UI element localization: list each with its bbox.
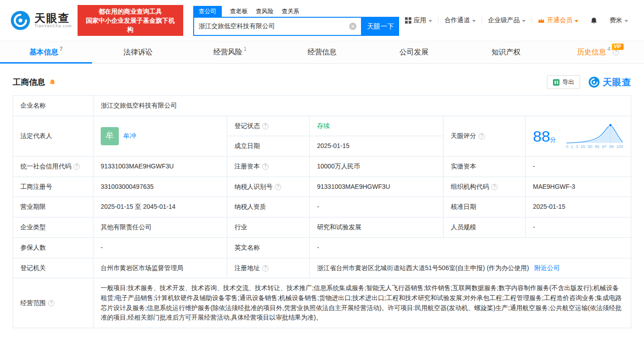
table-row: 企业名称 浙江交旅低空科技有限公司 bbox=[13, 96, 631, 116]
chevron-down-icon bbox=[472, 20, 476, 22]
nearby-companies-link[interactable]: 附近公司 bbox=[534, 264, 560, 271]
field-value-paid-capital: - bbox=[526, 157, 631, 177]
tab-legal-proceedings[interactable]: 法律诉讼 bbox=[92, 41, 184, 63]
field-label-company-name: 企业名称 bbox=[13, 96, 93, 116]
tab-label: 公司发展 bbox=[400, 48, 429, 57]
field-value-reg-capital: 10000万人民币 bbox=[310, 157, 444, 177]
field-label-reg-authority: 登记机关 bbox=[13, 258, 93, 278]
section-title: 工商信息 bbox=[13, 77, 45, 88]
chevron-down-icon bbox=[522, 20, 526, 22]
tab-label: 知识产权 bbox=[492, 48, 521, 57]
tab-label: 基本信息 bbox=[29, 48, 59, 57]
tab-history-info[interactable]: VIP 历史信息 4 ? bbox=[552, 41, 644, 63]
field-label-approval-date: 核准日期 bbox=[444, 197, 526, 217]
table-row: 营业期限 2025-01-15 至 2045-01-14 纳税人资质 - 核准日… bbox=[13, 197, 631, 217]
nav-open-vip[interactable]: 开通会员 bbox=[532, 16, 584, 25]
field-label-company-type: 企业类型 bbox=[13, 217, 93, 238]
help-icon[interactable]: ? bbox=[613, 49, 619, 55]
search-button[interactable]: 天眼一下 bbox=[362, 17, 399, 36]
search-tab-company[interactable]: 查公司 bbox=[193, 6, 222, 17]
score-ticks: 0131550859799100 bbox=[566, 144, 624, 150]
slogan-line-1: 都在用的商业查询工具 bbox=[83, 7, 178, 16]
field-value-reg-authority: 台州市黄岩区市场监督管理局 bbox=[93, 258, 227, 278]
field-value-org-code: MAE9HGWF-3 bbox=[526, 177, 631, 197]
field-label-credit-code: 统一社会信用代码? bbox=[13, 157, 93, 177]
field-label-english-name: 英文名称 bbox=[227, 237, 310, 258]
logo-subtitle: TianYanCha.com bbox=[34, 24, 72, 29]
excel-icon bbox=[553, 79, 560, 86]
field-value-taxpayer-id: 91331003MAE9HGWF3U bbox=[310, 177, 444, 197]
tab-count-badge: 4 bbox=[607, 46, 610, 52]
score-distribution-chart bbox=[566, 122, 624, 144]
help-icon[interactable]: ? bbox=[73, 163, 80, 170]
help-icon[interactable]: ? bbox=[48, 300, 54, 306]
nav-user-menu[interactable]: 费米 bbox=[604, 16, 634, 25]
nav-apps[interactable]: 应用 bbox=[399, 16, 438, 25]
field-value-credit-code: 91331003MAE9HGWF3U bbox=[93, 157, 227, 177]
legal-rep-link[interactable]: 牟冲 bbox=[123, 131, 136, 141]
watermark-label: 天眼查 bbox=[603, 76, 631, 89]
tab-operating-info[interactable]: 经营信息 bbox=[276, 41, 368, 63]
tianyancha-logo-icon bbox=[588, 76, 600, 88]
nav-open-vip-label: 开通会员 bbox=[547, 16, 572, 25]
tab-label: 经营信息 bbox=[307, 48, 337, 57]
field-value-reg-status: 存续 bbox=[310, 116, 444, 136]
field-label-taxpayer-quality: 纳税人资质 bbox=[227, 197, 310, 217]
tab-company-development[interactable]: 公司发展 bbox=[368, 41, 460, 63]
field-value-establish-date: 2025-01-15 bbox=[310, 136, 444, 157]
search-tab-boss[interactable]: 查老板 bbox=[230, 6, 248, 17]
tab-label: 历史信息 bbox=[577, 48, 606, 57]
field-label-insured-count: 参保人数 bbox=[13, 237, 93, 258]
search-tab-relation[interactable]: 查关系 bbox=[282, 6, 299, 17]
vip-badge: VIP bbox=[612, 44, 624, 50]
nav-cooperation-label: 合作通道 bbox=[444, 16, 470, 25]
field-label-reg-number: 工商注册号 bbox=[13, 177, 93, 197]
table-row: 参保人数 - 英文名称 - bbox=[13, 237, 631, 258]
search-tab-risk[interactable]: 查风险 bbox=[256, 6, 273, 17]
help-icon[interactable]: ? bbox=[275, 184, 281, 190]
field-value-business-scope: 一般项目:技术服务、技术开发、技术咨询、技术交流、技术转让、技术推广;信息系统集… bbox=[93, 278, 631, 328]
help-icon[interactable]: ? bbox=[262, 265, 268, 271]
table-row: 企业类型 其他有限责任公司 行业 研究和试验发展 人员规模 - bbox=[13, 217, 631, 238]
export-label: 导出 bbox=[562, 78, 574, 86]
legal-rep-avatar[interactable]: 牟 bbox=[101, 127, 119, 145]
field-label-staff-size: 人员规模 bbox=[444, 217, 526, 238]
field-value-reg-number: 331003000497635 bbox=[93, 177, 227, 197]
brand-slogan: 都在用的商业查询工具 国家中小企业发展子基金旗下机构 bbox=[78, 5, 183, 36]
table-row: 经营范围? 一般项目:技术服务、技术开发、技术咨询、技术交流、技术转让、技术推广… bbox=[13, 278, 631, 328]
help-icon[interactable]: ? bbox=[491, 184, 498, 190]
help-icon[interactable]: ? bbox=[262, 163, 268, 170]
subscribe-bell-icon[interactable] bbox=[49, 79, 56, 86]
export-button[interactable]: 导出 bbox=[547, 75, 580, 89]
field-label-establish-date: 成立日期 bbox=[227, 136, 310, 157]
table-row: 统一社会信用代码? 91331003MAE9HGWF3U 注册资本? 10000… bbox=[13, 157, 631, 177]
search-input[interactable] bbox=[199, 23, 349, 30]
clear-search-icon[interactable]: ✕ bbox=[349, 23, 356, 30]
field-value-industry: 研究和试验发展 bbox=[310, 217, 444, 238]
field-label-score: 天眼评分? bbox=[444, 116, 526, 156]
field-value-insured-count: - bbox=[93, 237, 227, 258]
tab-label: 经营风险 bbox=[213, 48, 242, 57]
business-info-header: 工商信息 导出 天眼查 bbox=[13, 75, 631, 89]
tab-intellectual-property[interactable]: 知识产权 bbox=[460, 41, 552, 63]
field-label-business-scope: 经营范围? bbox=[13, 278, 93, 328]
field-value-approval-date: 2025-01-15 bbox=[526, 197, 631, 217]
field-value-company-type: 其他有限责任公司 bbox=[93, 217, 227, 238]
chevron-down-icon bbox=[624, 20, 628, 22]
field-label-org-code: 组织机构代码? bbox=[444, 177, 526, 197]
field-value-business-term: 2025-01-15 至 2045-01-14 bbox=[93, 197, 227, 217]
tab-basic-info[interactable]: 基本信息 7 bbox=[0, 41, 92, 63]
table-row: 法定代表人 牟 牟冲 登记状态? 存续 天眼评分? 88分 bbox=[13, 116, 631, 136]
nav-notifications[interactable] bbox=[584, 17, 604, 25]
score-value[interactable]: 88分 bbox=[533, 124, 556, 148]
search-area: 查公司 查老板 查风险 查关系 ✕ 天眼一下 bbox=[193, 5, 399, 36]
tab-operating-risk[interactable]: 经营风险 1 bbox=[184, 41, 276, 63]
help-icon[interactable]: ? bbox=[478, 133, 485, 139]
nav-enterprise-products[interactable]: 企业级产品 bbox=[482, 16, 532, 25]
field-value-company-name: 浙江交旅低空科技有限公司 bbox=[93, 96, 631, 116]
tianyancha-logo[interactable]: 天眼查 TianYanCha.com bbox=[10, 10, 72, 31]
score-chart: 0131550859799100 bbox=[566, 122, 624, 150]
help-icon[interactable]: ? bbox=[262, 123, 268, 129]
chevron-down-icon bbox=[429, 20, 432, 22]
nav-cooperation[interactable]: 合作通道 bbox=[439, 16, 482, 25]
